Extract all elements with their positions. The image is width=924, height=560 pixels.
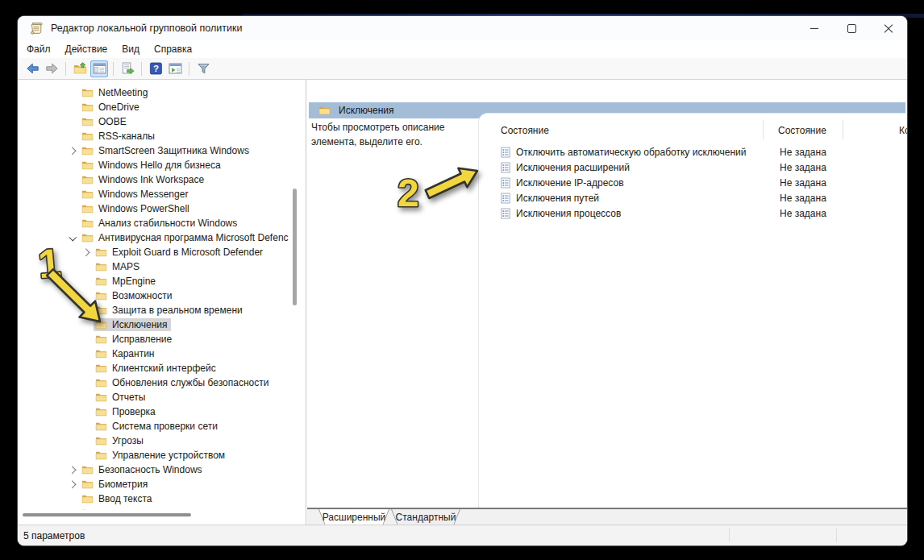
folder-icon — [81, 102, 94, 112]
tree-item[interactable]: Ввод текста — [18, 492, 306, 506]
column-separator[interactable] — [763, 120, 764, 139]
setting-row[interactable]: Отключить автоматическую обработку исклю… — [479, 144, 905, 160]
maximize-button[interactable] — [833, 16, 870, 40]
tree-item[interactable]: Карантин — [18, 346, 306, 361]
chevron-spacer — [80, 332, 94, 346]
folder-icon — [95, 349, 107, 359]
tree-item[interactable]: Антивирусная программа Microsoft Defenc — [18, 230, 306, 245]
tree-item[interactable]: Исправление — [18, 332, 306, 346]
tree-item[interactable]: SmartScreen Защитника Windows — [18, 143, 306, 158]
tree-item-label: Обновления службы безопасности — [112, 377, 268, 388]
setting-row[interactable]: Исключения путейНе задана — [479, 190, 905, 205]
tree-item[interactable]: Биометрия — [18, 477, 306, 492]
tree-item-label: Исключения — [112, 319, 168, 330]
tree-item[interactable]: Анализ стабильности Windows — [18, 216, 306, 230]
menu-file[interactable]: Файл — [19, 44, 58, 55]
tree-item[interactable]: Угрозы — [18, 433, 306, 448]
folder-icon — [95, 291, 107, 301]
menu-action[interactable]: Действие — [58, 44, 115, 55]
toolbar-separator — [141, 62, 142, 76]
setting-row[interactable]: Исключения процессовНе задана — [479, 205, 905, 221]
setting-row[interactable]: Исключения расширенийНе задана — [479, 160, 905, 175]
folder-icon — [81, 146, 94, 156]
menu-help[interactable]: Справка — [147, 44, 199, 55]
column-separator[interactable] — [843, 120, 843, 139]
help-icon: ? — [149, 62, 163, 75]
filter-button[interactable] — [194, 60, 212, 77]
tree-item[interactable]: MpEngine — [18, 274, 306, 288]
tree-item[interactable]: Windows Hello для бизнеса — [18, 158, 306, 172]
status-separator — [729, 529, 730, 542]
tree-item[interactable]: OOBE — [18, 114, 306, 129]
tree-item-label: Отчеты — [112, 392, 145, 403]
show-window-icon — [169, 62, 182, 75]
up-one-level-button[interactable] — [71, 60, 89, 77]
column-header-state[interactable]: Состояние — [778, 125, 826, 136]
tree-item[interactable]: Exploit Guard в Microsoft Defender — [18, 245, 306, 259]
tree-item[interactable]: Система проверки сети — [18, 419, 306, 433]
tree-item[interactable]: Проверка — [18, 404, 306, 419]
back-icon — [26, 62, 40, 75]
setting-state: Не задана — [780, 162, 826, 173]
back-button[interactable] — [23, 60, 41, 77]
gpedit-scroll-icon — [29, 22, 44, 35]
tree-item[interactable]: NetMeeting — [18, 85, 306, 100]
tree-item[interactable]: RSS-каналы — [18, 129, 306, 143]
chevron-spacer — [80, 433, 94, 448]
tab-standard[interactable]: Стандартный — [391, 509, 460, 525]
chevron-right-icon[interactable] — [66, 477, 80, 492]
help-button[interactable]: ? — [147, 60, 164, 77]
tree-item[interactable]: Защита в реальном времени — [18, 303, 306, 317]
menu-view[interactable]: Вид — [114, 44, 147, 55]
chevron-right-icon[interactable] — [66, 143, 80, 158]
chevron-right-icon[interactable] — [66, 463, 80, 477]
folder-icon — [95, 320, 107, 330]
chevron-down-icon[interactable] — [66, 230, 80, 245]
folder-icon — [95, 305, 107, 315]
tree-item-label: Безопасность Windows — [98, 464, 202, 475]
setting-state: Не задана — [780, 193, 826, 204]
selection-description: Чтобы просмотреть описание элемента, выд… — [311, 120, 472, 149]
folder-icon — [95, 363, 107, 373]
chevron-spacer — [80, 303, 94, 317]
policy-setting-icon — [501, 193, 510, 204]
folder-icon — [81, 160, 94, 170]
chevron-spacer — [66, 129, 80, 143]
tree-item-label: Windows Hello для бизнеса — [98, 160, 221, 171]
tree-horizontal-scrollbar[interactable] — [23, 513, 191, 516]
forward-icon — [45, 62, 59, 75]
tab-extended[interactable]: Расширенный — [318, 509, 389, 525]
tree-vertical-scrollbar[interactable] — [293, 189, 297, 305]
setting-state: Не задана — [780, 177, 826, 189]
tree-item[interactable]: Управление устройством — [18, 448, 306, 463]
tree-item[interactable] — [18, 506, 306, 510]
tree-item[interactable]: Обновления службы безопасности — [18, 375, 306, 390]
close-icon — [884, 23, 893, 33]
column-header-comment[interactable]: Кон — [899, 125, 907, 136]
tree-item-label: OOBE — [98, 116, 127, 127]
tree-item[interactable]: Windows Messenger — [18, 187, 306, 201]
setting-row[interactable]: Исключение IP-адресовНе задана — [479, 175, 905, 190]
tree-item[interactable]: OneDrive — [18, 100, 306, 114]
export-list-button[interactable] — [119, 60, 136, 77]
tree-item[interactable]: Клиентский интерфейс — [18, 361, 306, 375]
show-console-tree-button[interactable] — [90, 60, 108, 77]
show-window-button[interactable] — [166, 60, 184, 77]
toolbar-separator — [65, 62, 66, 76]
status-text: 5 параметров — [23, 530, 85, 541]
tree-item[interactable]: Windows Ink Workspace — [18, 172, 306, 187]
minimize-button[interactable] — [796, 16, 833, 40]
chevron-right-icon[interactable] — [80, 245, 94, 259]
tree-item[interactable]: Исключения — [18, 317, 306, 332]
forward-button[interactable] — [43, 60, 60, 77]
chevron-spacer — [80, 317, 94, 332]
tree-item[interactable]: Windows PowerShell — [18, 201, 306, 216]
close-button[interactable] — [870, 16, 907, 40]
tree-item[interactable]: MAPS — [18, 259, 306, 274]
tree-item[interactable]: Возможности — [18, 288, 306, 303]
tree-item[interactable]: Отчеты — [18, 390, 306, 404]
tree-item-label: Защита в реальном времени — [112, 305, 243, 316]
details-header-title: Исключения — [339, 105, 394, 116]
column-header-setting[interactable]: Состояние — [501, 125, 549, 136]
tree-item[interactable]: Безопасность Windows — [18, 463, 306, 477]
